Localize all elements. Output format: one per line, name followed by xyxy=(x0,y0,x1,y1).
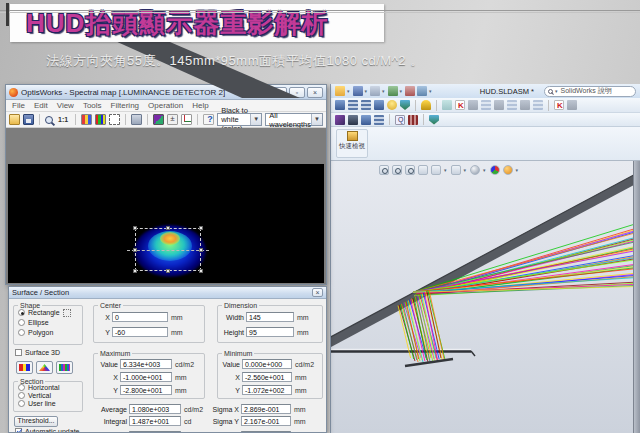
simulation-tool-icon[interactable] xyxy=(374,100,384,110)
light-source-icon[interactable] xyxy=(387,100,397,110)
measure-icon[interactable] xyxy=(395,115,405,125)
ray-trace-icon-2[interactable] xyxy=(554,100,564,110)
palette-grid-button[interactable] xyxy=(56,361,73,374)
width-field[interactable]: 145 xyxy=(246,312,294,322)
material-icon[interactable] xyxy=(400,100,410,110)
wavelength-select[interactable]: All wavelengths ▼ xyxy=(265,113,323,126)
panel-close-button[interactable] xyxy=(312,288,323,297)
integral-label: Integral xyxy=(95,418,127,425)
clipboard-icon[interactable] xyxy=(131,114,142,125)
assembly-tool-icon[interactable] xyxy=(442,100,452,110)
viewport-scrollbar[interactable] xyxy=(633,161,640,433)
interference-icon[interactable] xyxy=(567,100,577,110)
radio-horizontal[interactable]: Horizontal xyxy=(18,384,82,391)
height-field[interactable]: 95 xyxy=(246,327,294,337)
chevron-down-icon[interactable]: ▼ xyxy=(250,114,261,125)
edit-appearance-icon[interactable] xyxy=(490,165,500,175)
radio-user-line[interactable]: User line xyxy=(18,400,82,407)
menu-item-operation[interactable]: Operation xyxy=(148,101,183,110)
selection-handle[interactable] xyxy=(199,269,203,273)
view-orientation-icon[interactable] xyxy=(431,165,441,175)
selection-handle[interactable] xyxy=(133,226,137,230)
surface-tool-icon[interactable] xyxy=(361,115,371,125)
center-y-field[interactable]: -60 xyxy=(112,327,168,337)
chevron-down-icon[interactable]: ▼ xyxy=(311,114,322,125)
display-style-icon[interactable] xyxy=(451,165,461,175)
palette-bars-button[interactable] xyxy=(16,361,33,374)
menu-item-file[interactable]: File xyxy=(12,101,25,110)
palette-triangle-button[interactable] xyxy=(36,361,53,374)
selection-rect[interactable] xyxy=(135,228,201,271)
sigma-x-field: 2.869e-001 xyxy=(241,404,291,414)
pattern-tool-icon[interactable] xyxy=(481,100,491,110)
menu-item-tools[interactable]: Tools xyxy=(83,101,102,110)
center-y-label: Y xyxy=(98,329,110,336)
color-mode-icon[interactable] xyxy=(153,114,164,125)
chevron-down-icon[interactable]: ▾ xyxy=(483,167,486,173)
levels-icon[interactable] xyxy=(167,114,178,125)
save-icon[interactable] xyxy=(23,114,34,125)
move-tool-icon[interactable] xyxy=(494,100,504,110)
feature-tool-icon[interactable] xyxy=(348,115,358,125)
menu-item-edit[interactable]: Edit xyxy=(34,101,48,110)
hide-show-icon[interactable] xyxy=(470,165,480,175)
radio-ellipse[interactable]: Ellipse xyxy=(18,319,82,326)
help-icon[interactable] xyxy=(203,114,214,125)
selection-handle[interactable] xyxy=(166,226,170,230)
center-group-label: Center xyxy=(98,302,123,309)
section-view-icon[interactable] xyxy=(418,165,428,175)
menu-item-view[interactable]: View xyxy=(57,101,74,110)
surface3d-checkbox[interactable]: Surface 3D xyxy=(15,349,60,356)
open-icon[interactable] xyxy=(9,114,20,125)
selection-handle[interactable] xyxy=(133,269,137,273)
quick-view-label: 快速檢視 xyxy=(339,142,365,149)
detector-tool-icon[interactable] xyxy=(361,100,371,110)
selection-handle[interactable] xyxy=(133,248,137,252)
luminance-map[interactable] xyxy=(8,164,324,283)
zoom-previous-icon[interactable] xyxy=(405,165,415,175)
chevron-down-icon[interactable]: ▾ xyxy=(464,167,467,173)
radio-rectangle[interactable]: Rectangle xyxy=(18,309,82,317)
selection-handle[interactable] xyxy=(199,226,203,230)
palette-icon[interactable] xyxy=(81,114,92,125)
evaluate-tool-icon[interactable] xyxy=(374,115,384,125)
license-key-icon[interactable] xyxy=(421,100,431,110)
radio-polygon[interactable]: Polygon xyxy=(18,329,82,336)
smart-fastener-icon[interactable] xyxy=(520,100,530,110)
selection-frame-icon[interactable] xyxy=(109,114,120,125)
min-x-field: -2.560e+001 xyxy=(242,372,292,382)
scene-icon[interactable] xyxy=(503,165,513,175)
zoom-fit-icon[interactable] xyxy=(379,165,389,175)
auto-update-checkbox[interactable]: Automatic update xyxy=(15,428,79,433)
ray-trace-scene xyxy=(331,161,640,433)
sketch-tool-icon[interactable] xyxy=(335,115,345,125)
chevron-down-icon[interactable]: ▾ xyxy=(444,167,447,173)
selection-handle[interactable] xyxy=(166,269,170,273)
component-tool-icon[interactable] xyxy=(507,100,517,110)
chevron-down-icon[interactable]: ▾ xyxy=(516,167,519,173)
menu-item-help[interactable]: Help xyxy=(192,101,208,110)
quick-view-button[interactable]: 快速檢視 xyxy=(336,129,368,158)
mate-tool-icon[interactable] xyxy=(468,100,478,110)
radio-label: Horizontal xyxy=(28,384,60,391)
axes-icon[interactable] xyxy=(181,114,192,125)
solidworks-viewport[interactable]: ▾ ▾ ▾ ▾ xyxy=(331,161,640,433)
radio-vertical[interactable]: Vertical xyxy=(18,392,82,399)
threshold-button[interactable]: Threshold... xyxy=(14,416,58,427)
selection-handle[interactable] xyxy=(199,248,203,252)
zoom-icon[interactable] xyxy=(45,116,53,124)
radio-label: Rectangle xyxy=(28,309,60,316)
rgb-channels-icon[interactable] xyxy=(95,114,106,125)
palette-mode-select[interactable]: Black to white (color) ▼ xyxy=(217,113,262,126)
exploded-view-icon[interactable] xyxy=(533,100,543,110)
speos-tool-icon[interactable] xyxy=(335,100,345,110)
appearance-icon[interactable] xyxy=(429,115,439,125)
ray-trace-icon[interactable] xyxy=(455,100,465,110)
mass-properties-icon[interactable] xyxy=(408,115,418,125)
detector-tool-icon[interactable] xyxy=(348,100,358,110)
zoom-area-icon[interactable] xyxy=(392,165,402,175)
zoom-100-button[interactable]: 1:1 xyxy=(56,115,70,124)
menu-item-filtering[interactable]: Filtering xyxy=(111,101,139,110)
center-x-field[interactable]: 0 xyxy=(112,312,168,322)
radio-icon xyxy=(18,309,25,316)
